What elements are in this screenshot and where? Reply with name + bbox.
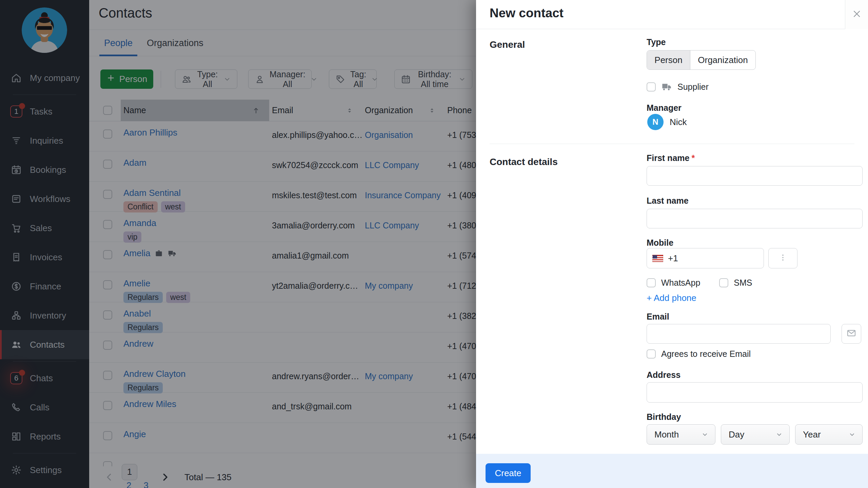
phone-options-button[interactable]	[768, 248, 797, 268]
manager-avatar: N	[647, 114, 664, 130]
first-name-input[interactable]	[647, 166, 863, 186]
whatsapp-label: WhatsApp	[661, 278, 700, 288]
truck-icon	[661, 81, 672, 92]
last-name-input[interactable]	[647, 209, 863, 228]
email-label: Email	[647, 312, 669, 322]
type-segmented-control: Person Organization	[647, 50, 756, 70]
address-label: Address	[647, 370, 680, 380]
month-value: Month	[654, 429, 679, 440]
whatsapp-checkbox[interactable]	[647, 278, 656, 287]
kebab-icon	[778, 253, 787, 263]
chevron-down-icon	[848, 430, 856, 439]
agree-email-checkbox[interactable]	[647, 349, 656, 359]
year-value: Year	[803, 429, 821, 440]
birthday-day-select[interactable]: Day	[721, 424, 790, 445]
supplier-label: Supplier	[677, 82, 709, 92]
section-general: General	[490, 39, 525, 50]
add-phone-link[interactable]: + Add phone	[647, 293, 696, 303]
agree-email-label: Agrees to receive Email	[661, 349, 751, 359]
panel-title: New contact	[490, 6, 564, 20]
sms-label: SMS	[734, 278, 752, 288]
email-agree-row: Agrees to receive Email	[647, 349, 751, 359]
phone-channels-row: WhatsApp SMS	[647, 278, 752, 288]
day-value: Day	[729, 429, 744, 440]
panel-footer: Create	[476, 454, 868, 488]
chevron-down-icon	[775, 430, 783, 439]
first-name-label: First name*	[647, 153, 695, 163]
us-flag-icon	[652, 255, 663, 262]
manager-label: Manager	[647, 103, 682, 113]
section-contact-details: Contact details	[490, 157, 558, 167]
sms-checkbox[interactable]	[719, 278, 728, 287]
create-button[interactable]: Create	[486, 463, 531, 483]
app-root: My company1TasksInquiriesBookingsWorkflo…	[0, 0, 868, 488]
birthday-year-select[interactable]: Year	[795, 424, 863, 445]
type-option-organization[interactable]: Organization	[690, 50, 755, 69]
phone-type-select[interactable]: Mobile	[647, 238, 677, 248]
type-option-person[interactable]: Person	[647, 50, 690, 69]
address-input[interactable]	[647, 382, 863, 403]
new-contact-panel: New contact General Type Person Organiza…	[476, 0, 868, 488]
email-input[interactable]	[647, 324, 831, 344]
supplier-checkbox[interactable]	[647, 82, 656, 92]
supplier-row: Supplier	[647, 81, 709, 92]
manager-name: Nick	[670, 117, 687, 127]
send-email-button[interactable]	[842, 324, 861, 344]
chevron-down-icon	[701, 430, 709, 439]
birthday-month-select[interactable]: Month	[647, 424, 715, 445]
panel-header: New contact	[476, 0, 868, 29]
manager-select[interactable]: N Nick	[647, 114, 687, 130]
close-button[interactable]	[845, 0, 868, 29]
birthday-label: Birthday	[647, 412, 681, 422]
last-name-label: Last name	[647, 196, 689, 206]
type-label: Type	[647, 37, 666, 47]
close-icon	[851, 8, 862, 21]
required-asterisk: *	[691, 153, 695, 163]
dial-code: +1	[668, 253, 678, 264]
section-divider	[490, 144, 854, 144]
mail-icon	[846, 328, 856, 340]
phone-input[interactable]: +1	[647, 248, 764, 268]
